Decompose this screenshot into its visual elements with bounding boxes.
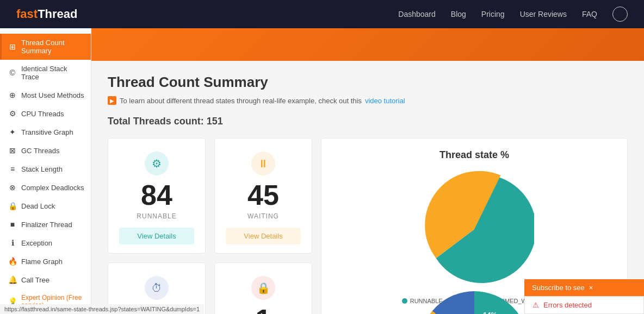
sidebar-label-transitive-graph: Transitive Graph (21, 128, 73, 136)
sidebar-item-stack-length[interactable]: ≡ Stack Length (0, 160, 91, 178)
sidebar-item-call-tree[interactable]: 🔔 Call Tree (0, 271, 91, 289)
sidebar-label-call-tree: Call Tree (21, 276, 49, 284)
gc-icon: ⊠ (8, 146, 17, 155)
legend-dot-runnable (402, 298, 407, 304)
info-bar: ▶ To learn about different thread states… (108, 96, 628, 105)
timed-waiting-icon: ⏱ (145, 276, 169, 300)
runnable-label: RUNNABLE (119, 212, 194, 220)
finalizer-icon: ■ (8, 220, 17, 229)
total-thread-count: Total Threads count: 151 (108, 116, 628, 127)
sidebar-item-transitive-graph[interactable]: ✦ Transitive Graph (0, 123, 91, 141)
waiting-count: 45 (226, 181, 301, 209)
logo-thread: Thread (38, 7, 77, 21)
sidebar-item-complex-deadlocks[interactable]: ⊗ Complex Deadlocks (0, 178, 91, 197)
logo: fastThread (16, 7, 77, 21)
sidebar-label-flame-graph: Flame Graph (21, 258, 63, 266)
chart-title: Thread state % (439, 149, 509, 161)
nav-blog[interactable]: Blog (451, 10, 466, 18)
header-nav: Dashboard Blog Pricing User Reviews FAQ (398, 7, 628, 22)
blocked-count: 1 (226, 305, 301, 314)
errors-box: ⚠ Errors detected (524, 296, 644, 314)
user-profile-icon[interactable] (612, 7, 628, 22)
nav-faq[interactable]: FAQ (582, 10, 597, 18)
graph-icon: ✦ (8, 128, 17, 136)
nav-dashboard[interactable]: Dashboard (398, 10, 436, 18)
sidebar-label-exception: Exception (21, 239, 52, 247)
sidebar-label-gc-threads: GC Threads (21, 147, 60, 155)
content-area: Thread Count Summary ▶ To learn about di… (91, 61, 644, 314)
sidebar-item-finalizer-thread[interactable]: ■ Finalizer Thread (0, 215, 91, 234)
nav-pricing[interactable]: Pricing (481, 10, 505, 18)
runnable-icon: ⚙ (145, 152, 169, 175)
sidebar-label-thread-count-summary: Thread Count Summary (21, 39, 84, 55)
info-icon: ▶ (108, 96, 116, 105)
waiting-view-details-button[interactable]: View Details (226, 228, 301, 244)
sidebar-label-dead-lock: Dead Lock (21, 202, 55, 210)
card-blocked: 🔒 1 BLOCKED View Details (214, 262, 312, 314)
waiting-label: WAITING (226, 212, 301, 220)
cpu-icon: ⚙ (8, 109, 17, 118)
pie-chart: 56% 30% 14% 1% (414, 169, 534, 289)
exception-icon: ℹ (8, 238, 17, 247)
sidebar-label-identical-stack-trace: Identical Stack Trace (21, 65, 84, 81)
sidebar-item-gc-threads[interactable]: ⊠ GC Threads (0, 141, 91, 160)
sidebar-label-complex-deadlocks: Complex Deadlocks (21, 184, 84, 192)
grid-icon: ⊞ (8, 42, 17, 51)
sidebar-label-stack-length: Stack Length (21, 165, 63, 173)
sidebar-item-dead-lock[interactable]: 🔒 Dead Lock (0, 197, 91, 215)
card-runnable: ⚙ 84 RUNNABLE View Details (108, 138, 206, 254)
subscribe-close-button[interactable]: × (589, 284, 593, 292)
page-title: Thread Count Summary (108, 74, 628, 91)
main-content: Thread Count Summary ▶ To learn about di… (91, 28, 644, 314)
info-text: To learn about different thread states t… (120, 97, 362, 105)
status-url: https://fastthread.in/same-state-threads… (4, 306, 200, 312)
sidebar-item-identical-stack-trace[interactable]: © Identical Stack Trace (0, 60, 91, 86)
legend-runnable: RUNNABLE (402, 298, 443, 304)
logo-fast: fast (16, 7, 38, 21)
sidebar-item-exception[interactable]: ℹ Exception (0, 234, 91, 252)
sidebar-item-cpu-threads[interactable]: ⚙ CPU Threads (0, 104, 91, 123)
deadlock-icon: ⊗ (8, 183, 17, 192)
call-tree-icon: 🔔 (8, 275, 17, 284)
main-layout: ⊞ Thread Count Summary © Identical Stack… (0, 28, 644, 314)
sidebar-label-finalizer-thread: Finalizer Thread (21, 221, 72, 229)
nav-user-reviews[interactable]: User Reviews (520, 10, 567, 18)
runnable-count: 84 (119, 181, 194, 209)
waiting-icon: ⏸ (251, 152, 275, 175)
app-header: fastThread Dashboard Blog Pricing User R… (0, 0, 644, 28)
sidebar-item-most-used-methods[interactable]: ⊕ Most Used Methods (0, 86, 91, 104)
sidebar-item-flame-graph[interactable]: 🔥 Flame Graph (0, 252, 91, 271)
runnable-view-details-button[interactable]: View Details (119, 228, 194, 244)
legend-label-runnable: RUNNABLE (410, 298, 443, 304)
subscribe-box: Subscribe to see × (524, 279, 644, 296)
video-tutorial-link[interactable]: video tutorial (365, 97, 405, 105)
flame-icon: 🔥 (8, 257, 17, 266)
errors-text: Errors detected (543, 301, 592, 309)
card-waiting: ⏸ 45 WAITING View Details (214, 138, 312, 254)
top-banner (91, 28, 644, 61)
sidebar-label-cpu-threads: CPU Threads (21, 110, 64, 118)
sidebar-label-most-used-methods: Most Used Methods (21, 91, 84, 99)
status-bar: https://fastthread.in/same-state-threads… (0, 304, 204, 314)
lock-icon: 🔒 (8, 202, 17, 210)
sidebar-item-thread-count-summary[interactable]: ⊞ Thread Count Summary (0, 34, 91, 60)
warning-icon: ⚠ (532, 301, 539, 309)
stack-icon: ≡ (8, 165, 17, 173)
bottom-notification-area: Subscribe to see × ⚠ Errors detected (524, 279, 644, 314)
copy-icon: © (8, 68, 17, 77)
methods-icon: ⊕ (8, 91, 17, 99)
subscribe-text: Subscribe to see (532, 284, 585, 292)
blocked-icon: 🔒 (251, 276, 275, 300)
sidebar: ⊞ Thread Count Summary © Identical Stack… (0, 28, 91, 314)
